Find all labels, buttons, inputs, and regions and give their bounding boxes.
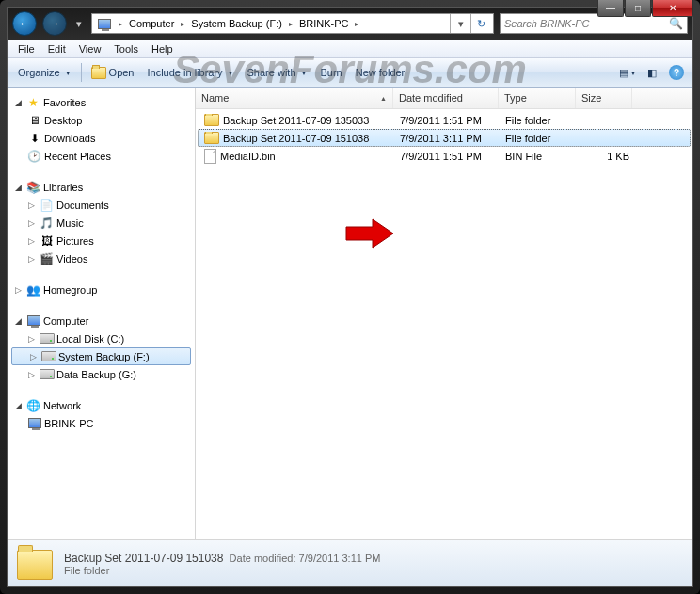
separator bbox=[81, 63, 82, 82]
preview-pane-button[interactable]: ◧ bbox=[640, 62, 664, 83]
crumb-drive[interactable]: System Backup (F:) bbox=[188, 14, 285, 33]
navigation-pane[interactable]: ◢★Favorites 🖥Desktop ⬇Downloads 🕑Recent … bbox=[8, 88, 196, 539]
col-type[interactable]: Type bbox=[499, 88, 576, 108]
window-chrome: — □ ✕ ← → ▾ ▸ Computer ▸ System Backup (… bbox=[0, 0, 700, 594]
favorites-label: Favorites bbox=[43, 97, 86, 108]
star-icon: ★ bbox=[25, 95, 41, 110]
tree-data-backup[interactable]: ▷Data Backup (G:) bbox=[9, 365, 193, 383]
tree-label: System Backup (F:) bbox=[58, 351, 150, 362]
window-body: ← → ▾ ▸ Computer ▸ System Backup (F:) ▸ … bbox=[7, 7, 693, 587]
drive-icon bbox=[39, 331, 55, 346]
file-row[interactable]: Backup Set 2011-07-09 135033 7/9/2011 1:… bbox=[198, 111, 691, 129]
recent-icon: 🕑 bbox=[26, 149, 42, 164]
libraries-label: Libraries bbox=[43, 182, 83, 193]
tree-label: Music bbox=[56, 217, 84, 229]
tree-pictures[interactable]: ▷🖼Pictures bbox=[9, 232, 193, 249]
homegroup-node[interactable]: ▷👥Homegroup bbox=[9, 281, 193, 298]
tree-music[interactable]: ▷🎵Music bbox=[9, 214, 193, 232]
nav-history-dropdown[interactable]: ▾ bbox=[72, 12, 86, 35]
refresh-button[interactable]: ↻ bbox=[470, 14, 491, 33]
burn-button[interactable]: Burn bbox=[313, 61, 348, 84]
crumb-folder[interactable]: BRINK-PC bbox=[296, 14, 352, 33]
open-label: Open bbox=[109, 67, 135, 78]
tree-system-backup[interactable]: ▷System Backup (F:) bbox=[11, 347, 191, 365]
view-options-button[interactable]: ▤ ▼ bbox=[615, 62, 640, 83]
tree-label: Pictures bbox=[56, 235, 94, 247]
new-folder-button[interactable]: New folder bbox=[349, 61, 412, 84]
share-with-button[interactable]: Share with▼ bbox=[241, 61, 314, 84]
favorites-node[interactable]: ◢★Favorites bbox=[9, 93, 193, 111]
file-row[interactable]: Backup Set 2011-07-09 151038 7/9/2011 3:… bbox=[198, 129, 691, 147]
details-meta-value: 7/9/2011 3:11 PM bbox=[299, 553, 381, 564]
crumb-arrow[interactable]: ▸ bbox=[177, 20, 188, 28]
folder-icon bbox=[204, 132, 219, 144]
address-bar[interactable]: ▸ Computer ▸ System Backup (F:) ▸ BRINK-… bbox=[91, 13, 494, 34]
tree-label: Data Backup (G:) bbox=[56, 369, 136, 380]
drive-icon bbox=[39, 367, 55, 382]
file-list-pane: Name▲ Date modified Type Size Backup Set… bbox=[196, 88, 692, 539]
search-icon: 🔍 bbox=[669, 17, 683, 30]
file-type: BIN File bbox=[501, 151, 579, 162]
tree-homegroup: ▷👥Homegroup bbox=[9, 281, 193, 298]
menu-tools[interactable]: Tools bbox=[107, 41, 145, 56]
include-library-button[interactable]: Include in library▼ bbox=[141, 61, 241, 84]
menu-bar: File Edit View Tools Help bbox=[8, 40, 692, 58]
file-type: File folder bbox=[501, 133, 579, 144]
homegroup-label: Homegroup bbox=[43, 284, 97, 296]
organize-button[interactable]: Organize▼ bbox=[11, 61, 78, 84]
tree-local-disk[interactable]: ▷Local Disk (C:) bbox=[9, 329, 193, 347]
maximize-button[interactable]: □ bbox=[625, 0, 651, 17]
close-button[interactable]: ✕ bbox=[652, 0, 693, 17]
tree-label: Desktop bbox=[44, 115, 82, 126]
tree-desktop[interactable]: 🖥Desktop bbox=[9, 111, 193, 129]
computer-node[interactable]: ◢Computer bbox=[9, 312, 193, 329]
desktop-icon: 🖥 bbox=[26, 113, 42, 128]
tree-recent[interactable]: 🕑Recent Places bbox=[9, 147, 193, 165]
tree-favorites: ◢★Favorites 🖥Desktop ⬇Downloads 🕑Recent … bbox=[9, 93, 193, 165]
file-row[interactable]: MediaID.bin 7/9/2011 1:51 PM BIN File 1 … bbox=[198, 147, 691, 165]
tree-videos[interactable]: ▷🎬Videos bbox=[9, 249, 193, 267]
downloads-icon: ⬇ bbox=[26, 131, 42, 146]
tree-label: Local Disk (C:) bbox=[56, 333, 124, 345]
title-buttons: — □ ✕ bbox=[597, 0, 693, 17]
crumb-computer[interactable]: Computer bbox=[126, 14, 177, 33]
help-button[interactable]: ? bbox=[664, 62, 689, 83]
forward-button[interactable]: → bbox=[42, 11, 67, 36]
tree-network: ◢🌐Network BRINK-PC bbox=[9, 396, 193, 432]
minimize-button[interactable]: — bbox=[597, 0, 624, 17]
column-headers: Name▲ Date modified Type Size bbox=[196, 88, 692, 109]
file-rows[interactable]: Backup Set 2011-07-09 135033 7/9/2011 1:… bbox=[196, 109, 692, 539]
tree-label: BRINK-PC bbox=[44, 418, 94, 429]
tree-libraries: ◢📚Libraries ▷📄Documents ▷🎵Music ▷🖼Pictur… bbox=[9, 178, 193, 267]
menu-file[interactable]: File bbox=[11, 41, 41, 56]
crumb-arrow[interactable]: ▸ bbox=[285, 20, 296, 28]
crumb-arrow[interactable]: ▸ bbox=[115, 20, 126, 28]
body-split: ◢★Favorites 🖥Desktop ⬇Downloads 🕑Recent … bbox=[8, 88, 692, 539]
open-button[interactable]: Open bbox=[85, 61, 141, 84]
computer-icon bbox=[26, 416, 42, 431]
file-size: 1 KB bbox=[579, 151, 633, 162]
menu-help[interactable]: Help bbox=[145, 41, 180, 56]
col-date[interactable]: Date modified bbox=[393, 88, 499, 108]
file-date: 7/9/2011 3:11 PM bbox=[396, 133, 501, 144]
details-subtype: File folder bbox=[64, 565, 380, 576]
tree-computer: ◢Computer ▷Local Disk (C:) ▷System Backu… bbox=[9, 312, 193, 383]
back-button[interactable]: ← bbox=[12, 11, 37, 36]
library-icon: 📚 bbox=[25, 180, 41, 195]
libraries-node[interactable]: ◢📚Libraries bbox=[9, 178, 193, 196]
tree-brink-pc[interactable]: BRINK-PC bbox=[9, 414, 193, 432]
search-input[interactable] bbox=[504, 18, 669, 29]
network-node[interactable]: ◢🌐Network bbox=[9, 396, 193, 414]
tree-label: Downloads bbox=[44, 133, 95, 144]
crumb-arrow[interactable]: ▸ bbox=[351, 20, 362, 28]
details-meta-label: Date modified: bbox=[230, 553, 296, 564]
menu-view[interactable]: View bbox=[72, 41, 108, 56]
col-name[interactable]: Name▲ bbox=[196, 88, 393, 108]
tree-documents[interactable]: ▷📄Documents bbox=[9, 196, 193, 214]
address-dropdown[interactable]: ▾ bbox=[450, 14, 470, 33]
tree-downloads[interactable]: ⬇Downloads bbox=[9, 129, 193, 147]
network-icon: 🌐 bbox=[25, 398, 41, 413]
network-label: Network bbox=[43, 400, 81, 411]
col-size[interactable]: Size bbox=[576, 88, 632, 108]
menu-edit[interactable]: Edit bbox=[41, 41, 72, 56]
